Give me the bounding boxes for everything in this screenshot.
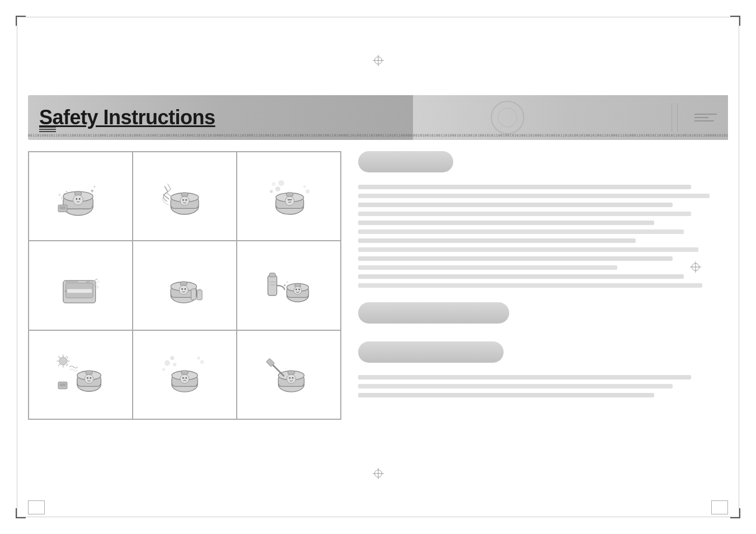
svg-point-28 xyxy=(272,182,276,186)
svg-rect-98 xyxy=(288,371,294,374)
safety-icon-4 xyxy=(55,263,106,308)
svg-rect-52 xyxy=(269,273,275,277)
grid-cell-2 xyxy=(133,152,237,241)
text-line-9 xyxy=(358,256,673,261)
safety-icon-6: ✦ ✦ xyxy=(264,263,314,308)
svg-point-7 xyxy=(64,193,66,195)
pill-button-3[interactable] xyxy=(358,341,504,363)
svg-text:✦: ✦ xyxy=(286,280,289,284)
svg-line-70 xyxy=(66,356,68,358)
page-title: Safety Instructions xyxy=(39,106,215,129)
svg-point-86 xyxy=(200,360,204,364)
svg-point-45 xyxy=(185,288,186,290)
header-banner: Safety Instructions 00110100010110100110… xyxy=(28,95,728,140)
svg-point-37 xyxy=(87,280,90,283)
corner-bracket-tl xyxy=(16,16,26,26)
vert-line-1 xyxy=(672,104,672,132)
svg-point-61 xyxy=(298,289,300,291)
grid-cell-6: ✦ ✦ xyxy=(237,241,341,330)
svg-point-94 xyxy=(185,377,187,379)
text-line-3 xyxy=(358,203,673,207)
svg-point-85 xyxy=(173,363,176,366)
svg-rect-36 xyxy=(67,289,92,293)
svg-point-43 xyxy=(179,285,188,294)
svg-point-84 xyxy=(162,368,165,371)
svg-point-83 xyxy=(170,356,174,360)
left-panel: ✦ ✦ xyxy=(28,151,341,489)
svg-point-77 xyxy=(84,374,93,383)
svg-point-60 xyxy=(295,289,297,291)
svg-point-78 xyxy=(87,377,88,379)
text-content-area xyxy=(358,185,728,292)
svg-point-93 xyxy=(182,377,184,379)
svg-point-21 xyxy=(185,199,187,201)
svg-point-19 xyxy=(180,196,189,205)
svg-point-100 xyxy=(289,377,290,379)
page-number-right xyxy=(711,500,728,514)
svg-point-44 xyxy=(181,288,183,290)
svg-line-71 xyxy=(58,364,60,367)
binary-text-right: 0010100101001101000101010010100101011001… xyxy=(413,133,728,137)
safety-image-grid: ✦ ✦ xyxy=(28,151,341,420)
text-line-b2 xyxy=(358,384,673,388)
text-line-11 xyxy=(358,274,684,279)
pill-button-1[interactable] xyxy=(358,151,453,172)
header-inner-circle xyxy=(497,108,517,128)
grid-cell-4 xyxy=(29,241,133,330)
svg-rect-18 xyxy=(181,193,188,196)
text-line-8 xyxy=(358,247,698,252)
svg-rect-76 xyxy=(86,371,92,374)
text-line-4 xyxy=(358,212,691,216)
svg-text:✦: ✦ xyxy=(93,185,96,189)
page-number-left xyxy=(28,500,45,514)
svg-point-79 xyxy=(90,377,91,379)
binary-text-left: 0011010001011010011001010101101000110100… xyxy=(28,133,413,137)
svg-point-30 xyxy=(270,190,273,193)
svg-point-64 xyxy=(59,357,67,365)
svg-rect-48 xyxy=(197,290,202,300)
svg-rect-25 xyxy=(287,193,293,196)
text-line-7 xyxy=(358,238,636,243)
svg-point-99 xyxy=(287,374,295,383)
grid-cell-8 xyxy=(133,330,237,419)
safety-icon-7 xyxy=(55,352,106,397)
text-line-12 xyxy=(358,283,702,288)
svg-point-9 xyxy=(66,190,68,192)
svg-point-6 xyxy=(79,198,81,200)
corner-bracket-tr xyxy=(730,16,740,26)
header-left-section: Safety Instructions 00110100010110100110… xyxy=(28,95,413,140)
svg-rect-38 xyxy=(65,281,78,283)
svg-point-10 xyxy=(58,194,60,196)
svg-rect-51 xyxy=(268,275,277,296)
svg-point-59 xyxy=(294,287,302,294)
svg-line-69 xyxy=(58,356,60,358)
svg-point-27 xyxy=(275,186,280,191)
text-line-b3 xyxy=(358,393,654,397)
grid-cell-9: ✦ * * xyxy=(237,330,341,419)
svg-point-92 xyxy=(180,374,189,383)
vert-line-2 xyxy=(677,104,678,132)
svg-point-8 xyxy=(61,197,63,199)
svg-rect-35 xyxy=(65,291,67,292)
grid-cell-7 xyxy=(29,330,133,419)
grid-cell-5 xyxy=(133,241,237,330)
safety-icon-3 xyxy=(264,174,314,219)
svg-text:*: * xyxy=(285,367,287,371)
safety-icon-2 xyxy=(159,174,210,219)
svg-point-4 xyxy=(73,195,83,205)
content-area: ✦ ✦ xyxy=(28,151,728,489)
svg-point-101 xyxy=(292,377,294,379)
svg-point-26 xyxy=(285,196,294,205)
header-right-lines xyxy=(694,114,717,121)
text-line-5 xyxy=(358,221,654,225)
corner-bracket-bl xyxy=(16,508,26,518)
svg-point-20 xyxy=(182,199,184,201)
grid-cell-1: ✦ ✦ xyxy=(29,152,133,241)
svg-rect-49 xyxy=(198,289,201,291)
text-content-area-2 xyxy=(358,375,728,402)
safety-icon-9: ✦ * * xyxy=(264,352,314,397)
safety-icon-1: ✦ ✦ xyxy=(55,174,106,219)
pill-button-2[interactable] xyxy=(358,302,509,324)
text-line-1 xyxy=(358,185,691,189)
text-line-2 xyxy=(358,194,710,198)
